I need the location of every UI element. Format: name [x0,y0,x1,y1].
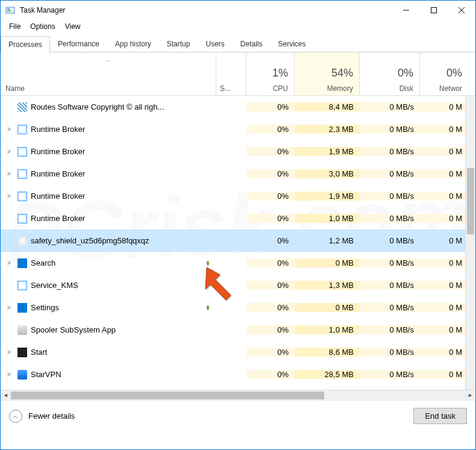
tabstrip: ProcessesPerformanceApp historyStartupUs… [1,36,475,52]
cell-disk: 0 MB/s [360,325,420,334]
cell-network: 0 M [420,169,468,178]
cell-disk: 0 MB/s [360,192,420,201]
expand-icon[interactable]: > [4,170,14,177]
cell-name: >Runtime Broker [1,125,216,134]
tab-app-history[interactable]: App history [107,36,159,52]
cell-disk: 0 MB/s [360,214,420,223]
cell-disk: 0 MB/s [360,125,420,134]
process-name: Runtime Broker [31,169,85,178]
cell-network: 0 M [420,325,468,334]
close-button[interactable] [448,1,475,20]
window-controls [392,1,475,20]
cell-memory: 0 MB [295,258,360,267]
disk-label: Disk [399,84,413,93]
tab-processes[interactable]: Processes [1,36,50,52]
menu-view[interactable]: View [61,21,84,32]
table-row[interactable]: >Runtime Broker0%2,3 MB0 MB/s0 M [1,118,475,140]
column-cpu[interactable]: 1% CPU [246,52,295,95]
expand-icon[interactable]: > [4,193,14,199]
process-icon [17,169,27,179]
process-rows: Routes Software Copyright © all righ...0… [1,96,475,386]
scrollbar-track[interactable] [11,390,465,401]
fewer-details-button[interactable]: ︿ Fewer details [9,410,75,423]
table-row[interactable]: >Runtime Broker0%1,9 MB0 MB/s0 M [1,140,475,163]
process-icon [17,258,27,268]
scrollbar-thumb[interactable] [11,392,324,399]
cell-name: Runtime Broker [1,214,216,223]
tab-performance[interactable]: Performance [50,36,107,52]
tab-users[interactable]: Users [198,36,232,52]
end-task-button[interactable]: End task [413,408,467,424]
tab-details[interactable]: Details [233,36,271,52]
table-row[interactable]: >Search0%0 MB0 MB/s0 M [1,252,475,274]
cell-network: 0 M [420,348,468,357]
menu-file[interactable]: File [5,21,24,32]
column-name-label: Name [5,84,211,93]
process-name: Spooler SubSystem App [31,325,116,334]
cell-name: Routes Software Copyright © all righ... [1,102,216,112]
process-icon [17,125,27,134]
disk-percent: 0% [398,67,413,80]
svg-rect-4 [431,8,437,13]
cell-cpu: 0% [246,214,295,223]
table-row[interactable]: >StarVPN0%28,5 MB0 MB/s0 M [1,363,475,386]
table-row[interactable]: >Start0%8,6 MB0 MB/s0 M [1,341,475,363]
leaf-icon [204,304,211,311]
column-network[interactable]: 0% Networ [420,52,468,95]
table-row[interactable]: >Runtime Broker0%3,0 MB0 MB/s0 M [1,163,475,185]
horizontal-scrollbar[interactable]: ◄ ► [1,390,475,400]
minimize-button[interactable] [392,1,420,20]
table-row[interactable]: Spooler SubSystem App0%1,0 MB0 MB/s0 M [1,319,475,341]
tab-services[interactable]: Services [271,36,314,52]
app-icon [5,5,15,15]
column-memory[interactable]: 54% Memory [295,52,360,95]
expand-icon[interactable]: > [4,260,14,266]
scroll-left-icon[interactable]: ◄ [1,390,11,401]
cell-cpu: 0% [246,258,295,267]
process-name: Runtime Broker [31,125,85,134]
column-status[interactable]: S... [216,52,246,95]
process-name: Runtime Broker [31,192,85,201]
process-icon [17,147,27,157]
table-row[interactable]: >Runtime Broker0%1,9 MB0 MB/s0 M [1,185,475,207]
cell-memory: 3,0 MB [295,169,360,178]
cell-network: 0 M [420,192,468,201]
expand-icon[interactable]: > [4,148,14,155]
table-row[interactable]: Routes Software Copyright © all righ...0… [1,96,475,118]
scroll-right-icon[interactable]: ► [465,390,475,401]
expand-icon[interactable]: > [4,349,14,355]
expand-icon[interactable]: > [4,126,14,133]
memory-percent: 54% [331,67,353,80]
menu-options[interactable]: Options [27,21,58,32]
expand-icon[interactable]: > [4,304,14,311]
cell-name: >Runtime Broker [1,147,216,157]
cell-disk: 0 MB/s [360,348,420,357]
cell-cpu: 0% [246,370,295,379]
svg-rect-1 [7,8,10,10]
maximize-button[interactable] [420,1,448,20]
table-row[interactable]: safety_shield_uz5d6pmg58fqqxqz0%1,2 MB0 … [1,230,475,252]
vertical-scrollbar[interactable] [465,96,475,390]
table-row[interactable]: Service_KMS0%1,3 MB0 MB/s0 M [1,274,475,296]
cell-memory: 1,0 MB [295,214,360,223]
cell-memory: 1,2 MB [295,236,360,245]
tab-startup[interactable]: Startup [159,36,198,52]
network-percent: 0% [446,67,462,80]
cell-name: >Search [1,258,216,268]
process-icon [17,303,27,313]
cell-disk: 0 MB/s [360,258,420,267]
cell-network: 0 M [420,303,468,312]
table-row[interactable]: Runtime Broker0%1,0 MB0 MB/s0 M [1,207,475,230]
cell-disk: 0 MB/s [360,303,420,312]
column-name[interactable]: ︿ Name [1,52,216,95]
scrollbar-thumb[interactable] [467,168,474,234]
cell-network: 0 M [420,147,468,156]
table-row[interactable]: >Settings0%0 MB0 MB/s0 M [1,296,475,319]
expand-icon[interactable]: > [4,371,14,378]
cell-disk: 0 MB/s [360,236,420,245]
cell-network: 0 M [420,214,468,223]
process-name: Runtime Broker [31,147,85,156]
cell-memory: 8,6 MB [295,348,360,357]
column-disk[interactable]: 0% Disk [360,52,420,95]
process-name: Routes Software Copyright © all righ... [31,102,164,111]
